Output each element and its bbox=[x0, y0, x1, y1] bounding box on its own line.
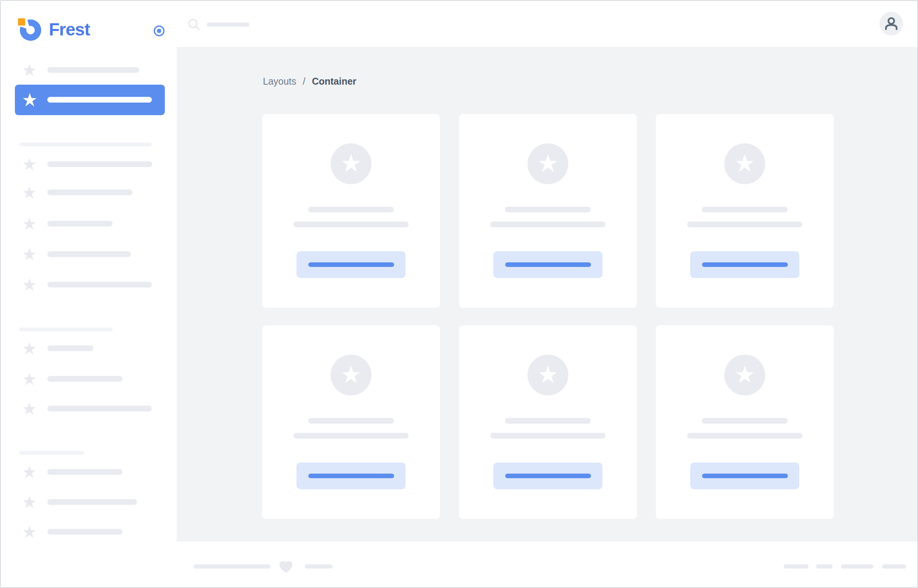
sidebar-section-divider bbox=[19, 451, 84, 454]
sidebar-item[interactable] bbox=[1, 270, 176, 300]
sidebar-item[interactable] bbox=[1, 517, 176, 547]
star-icon bbox=[23, 402, 36, 415]
star-icon bbox=[342, 154, 360, 172]
card-badge-circle bbox=[528, 144, 568, 184]
sidebar-item[interactable] bbox=[1, 177, 176, 208]
skeleton-line bbox=[308, 418, 394, 424]
star-icon bbox=[23, 525, 36, 538]
breadcrumb: Layouts / Container bbox=[263, 76, 356, 87]
skeleton-label bbox=[47, 161, 152, 167]
skeleton-line bbox=[293, 221, 409, 227]
breadcrumb-parent-link[interactable]: Layouts bbox=[263, 76, 296, 87]
footer-text-skeleton bbox=[193, 564, 270, 569]
star-icon bbox=[23, 496, 36, 508]
star-icon bbox=[23, 278, 36, 291]
radio-target-icon[interactable] bbox=[153, 25, 165, 37]
star-icon bbox=[539, 154, 557, 172]
skeleton-label bbox=[47, 282, 152, 288]
card bbox=[262, 325, 440, 519]
skeleton-label bbox=[47, 376, 123, 382]
card-badge-circle bbox=[725, 355, 765, 396]
card-action-button[interactable] bbox=[296, 462, 406, 489]
skeleton-label bbox=[47, 251, 131, 257]
content-area: Layouts / Container bbox=[176, 47, 918, 541]
card bbox=[262, 114, 440, 308]
skeleton-line bbox=[505, 207, 591, 212]
skeleton-label bbox=[47, 469, 123, 475]
skeleton-line bbox=[490, 433, 606, 439]
button-label-skeleton bbox=[505, 262, 591, 267]
skeleton-label bbox=[47, 529, 123, 535]
star-icon bbox=[23, 248, 36, 260]
star-icon bbox=[23, 93, 37, 107]
card-badge-circle bbox=[331, 144, 372, 184]
star-icon bbox=[23, 158, 36, 170]
star-icon bbox=[736, 154, 754, 172]
footer bbox=[176, 541, 918, 587]
skeleton-line bbox=[702, 418, 788, 424]
star-icon bbox=[23, 373, 36, 385]
skeleton-line bbox=[687, 433, 802, 439]
star-icon bbox=[539, 366, 557, 383]
footer-link-skeleton[interactable] bbox=[841, 564, 873, 569]
button-label-skeleton bbox=[308, 473, 394, 478]
skeleton-line bbox=[308, 207, 394, 212]
skeleton-label bbox=[47, 346, 94, 351]
star-icon bbox=[23, 342, 36, 355]
sidebar-item[interactable] bbox=[1, 149, 176, 179]
skeleton-line bbox=[505, 418, 591, 424]
skeleton-label bbox=[47, 406, 152, 412]
card bbox=[656, 325, 834, 519]
sidebar: Frest bbox=[1, 1, 176, 587]
frest-app-window: Frest Layouts / Container bbox=[0, 0, 918, 588]
brand-name: Frest bbox=[49, 18, 90, 41]
card bbox=[459, 114, 637, 308]
user-icon bbox=[879, 12, 903, 36]
sidebar-item[interactable] bbox=[1, 333, 176, 364]
search-placeholder-skeleton bbox=[207, 23, 249, 27]
card-action-button[interactable] bbox=[493, 462, 602, 489]
breadcrumb-separator: / bbox=[303, 76, 306, 87]
card-action-button[interactable] bbox=[296, 251, 406, 278]
button-label-skeleton bbox=[702, 473, 788, 478]
button-label-skeleton bbox=[308, 262, 394, 267]
card-grid bbox=[262, 114, 834, 519]
skeleton-label bbox=[47, 97, 152, 103]
logo-accent-square bbox=[18, 18, 25, 26]
brand-logo[interactable]: Frest bbox=[18, 18, 90, 41]
footer-link-skeleton[interactable] bbox=[816, 564, 832, 569]
search-input[interactable] bbox=[187, 18, 340, 31]
sidebar-item[interactable] bbox=[1, 208, 176, 239]
star-icon bbox=[23, 64, 36, 76]
card-badge-circle bbox=[331, 355, 372, 396]
card-action-button[interactable] bbox=[493, 251, 602, 278]
user-avatar-button[interactable] bbox=[879, 12, 903, 36]
sidebar-section-divider bbox=[19, 143, 152, 147]
footer-link-skeleton[interactable] bbox=[784, 564, 808, 569]
skeleton-label bbox=[47, 221, 113, 226]
sidebar-item-active[interactable] bbox=[15, 85, 165, 115]
sidebar-item[interactable] bbox=[1, 487, 176, 517]
card-badge-circle bbox=[528, 355, 568, 396]
sidebar-item[interactable] bbox=[1, 364, 176, 394]
frest-logo-icon bbox=[18, 18, 42, 41]
sidebar-item[interactable] bbox=[1, 457, 176, 487]
skeleton-line bbox=[293, 433, 409, 439]
button-label-skeleton bbox=[702, 262, 788, 267]
sidebar-item[interactable] bbox=[1, 394, 176, 424]
sidebar-item[interactable] bbox=[1, 239, 176, 270]
heart-icon bbox=[278, 559, 294, 573]
card bbox=[459, 325, 637, 519]
card bbox=[656, 114, 834, 308]
star-icon bbox=[23, 217, 36, 230]
star-icon bbox=[23, 465, 36, 478]
skeleton-label bbox=[47, 67, 139, 73]
card-action-button[interactable] bbox=[690, 462, 799, 489]
button-label-skeleton bbox=[505, 473, 591, 478]
star-icon bbox=[23, 186, 36, 199]
sidebar-item[interactable] bbox=[1, 55, 176, 86]
search-icon bbox=[187, 18, 200, 31]
footer-text-skeleton bbox=[305, 564, 333, 569]
card-action-button[interactable] bbox=[690, 251, 799, 278]
footer-link-skeleton[interactable] bbox=[882, 564, 906, 569]
